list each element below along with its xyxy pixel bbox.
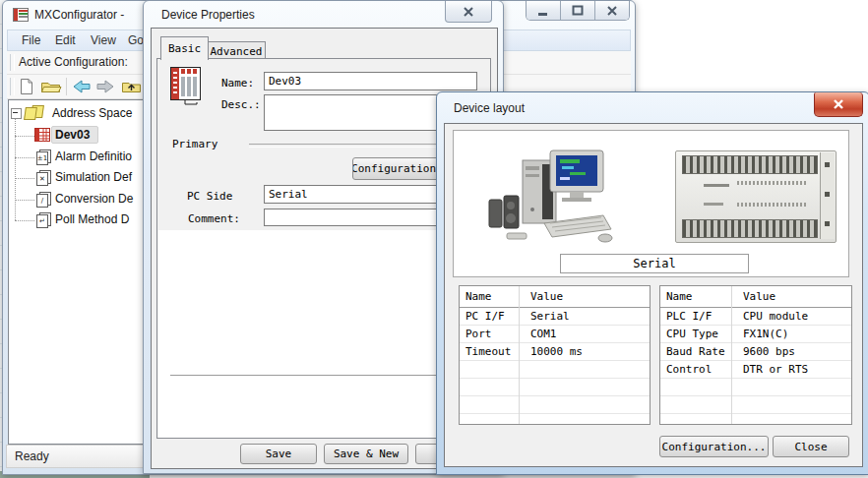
pc-side-input[interactable] (264, 185, 453, 204)
alarm-definitions-icon: ±1 (35, 149, 52, 165)
desc-label: Desc.: (221, 98, 261, 111)
cell-name: Baud Rate (660, 345, 737, 358)
table-row[interactable]: Baud Rate 9600 bps (660, 343, 851, 361)
cell-value: DTR or RTS (737, 363, 808, 376)
menu-view[interactable]: View (91, 33, 116, 47)
tree-guide (15, 178, 34, 179)
cell-name: Port (460, 328, 525, 340)
tree-item-address-space[interactable]: Address Space (52, 106, 132, 120)
tree-item-poll-method-definitions[interactable]: Poll Method D (55, 212, 129, 226)
page-glyph: ↵ (36, 214, 48, 228)
cell-name: PC I/F (460, 310, 525, 323)
cell-name: Timeout (460, 345, 525, 358)
menu-file[interactable]: File (22, 33, 40, 47)
plc-settings-table: Name Value PLC I/F CPU module CPU Type F… (659, 285, 852, 425)
tree-guide (15, 200, 34, 201)
page-glyph: ✕ (36, 172, 48, 186)
tree-expander[interactable] (11, 108, 22, 119)
minimize-button[interactable] (527, 1, 560, 20)
dialog-close-button[interactable] (445, 1, 492, 23)
cell-value: COM1 (525, 328, 557, 340)
close-icon (462, 6, 475, 18)
header-value: Value (737, 290, 775, 303)
note-shape (24, 107, 37, 120)
page-glyph: ±1 (36, 151, 48, 165)
close-button[interactable]: Close (773, 436, 849, 457)
column-divider (519, 286, 520, 424)
plc-logo-mark (704, 184, 729, 187)
close-button[interactable] (594, 1, 629, 20)
table-row[interactable]: CPU Type FX1N(C) (660, 326, 851, 343)
minus-icon (13, 112, 18, 113)
menu-edit[interactable]: Edit (55, 33, 76, 47)
dialog-close-button[interactable] (814, 92, 863, 117)
pc-settings-table: Name Value PC I/F Serial Port COM1 Timeo… (459, 285, 651, 425)
conversion-definitions-icon: ∕ (35, 192, 52, 208)
page-glyph: ∕ (36, 194, 48, 208)
tree-guide (15, 220, 34, 221)
layout-image-panel: Serial (453, 130, 849, 277)
plc-model-mark (704, 203, 723, 206)
cell-value: FX1N(C) (737, 328, 788, 340)
app-icon (13, 7, 29, 23)
plc-terminal-strip-bottom (682, 219, 818, 238)
toolbar-gripper (10, 54, 15, 71)
save-and-new-button[interactable]: Save & New (324, 444, 408, 464)
plc-led-row (737, 203, 806, 207)
maximize-button[interactable] (560, 1, 594, 20)
name-label: Name: (221, 77, 254, 90)
table-row-empty (660, 414, 851, 425)
up-folder-icon[interactable] (121, 79, 143, 94)
tree-item-simulation-definitions[interactable]: Simulation Def (55, 170, 132, 184)
toolbar-separator (66, 78, 67, 95)
tree-item-dev03[interactable]: Dev03 (55, 128, 90, 142)
table-row-empty (460, 379, 650, 396)
desktop: MXConfigurator - File Edit View Go Activ… (0, 0, 868, 478)
plc-terminal-strip-top (682, 155, 818, 174)
table-row-empty (660, 396, 851, 414)
save-button[interactable]: Save (240, 444, 317, 464)
table-row[interactable]: Control DTR or RTS (660, 361, 851, 379)
plc-module-icon (169, 65, 205, 108)
comment-label: Comment: (188, 212, 240, 225)
minimize-icon (535, 4, 551, 18)
tree-item-alarm-definitions[interactable]: Alarm Definitio (55, 149, 132, 163)
new-document-icon[interactable] (19, 78, 34, 95)
comment-input[interactable] (264, 209, 453, 226)
name-input[interactable] (264, 72, 477, 90)
table-row-empty (660, 379, 851, 396)
primary-group-label: Primary (172, 138, 217, 150)
configuration-button[interactable]: Configuration... (659, 436, 769, 457)
cell-name: Control (660, 363, 737, 376)
cell-value: Serial (525, 310, 570, 323)
table-row[interactable]: PC I/F Serial (460, 308, 650, 326)
table-header-row: Name Value (660, 286, 851, 308)
pc-image (483, 145, 613, 245)
forward-icon[interactable] (95, 79, 115, 94)
simulation-definitions-icon: ✕ (35, 170, 52, 186)
table-header-row: Name Value (460, 286, 650, 308)
device-layout-body: Serial Name Value PC I/F Serial Port COM… (444, 123, 863, 467)
cell-value: CPU module (737, 310, 808, 323)
cell-value: 10000 ms (525, 345, 583, 358)
poll-method-definitions-icon: ↵ (35, 212, 52, 228)
cell-value: 9600 bps (737, 345, 795, 358)
table-row-empty (460, 361, 650, 379)
table-row[interactable]: PLC I/F CPU module (660, 308, 851, 326)
table-row[interactable]: Port COM1 (460, 326, 650, 343)
tree-item-conversion-definitions[interactable]: Conversion De (55, 192, 133, 206)
header-name: Name (660, 290, 737, 303)
maximize-icon (570, 4, 586, 18)
window-controls (526, 1, 630, 21)
column-divider (731, 286, 732, 424)
table-row[interactable]: Timeout 10000 ms (460, 343, 650, 361)
plc-image (675, 150, 837, 243)
device-layout-title: Device layout (454, 101, 525, 115)
device-icon (34, 128, 50, 142)
back-icon[interactable] (72, 79, 92, 94)
open-folder-icon[interactable] (40, 79, 62, 94)
tree-guide (15, 157, 34, 158)
device-properties-title: Device Properties (161, 8, 255, 22)
tab-basic[interactable]: Basic (160, 36, 209, 60)
menu-go[interactable]: Go (128, 33, 144, 47)
